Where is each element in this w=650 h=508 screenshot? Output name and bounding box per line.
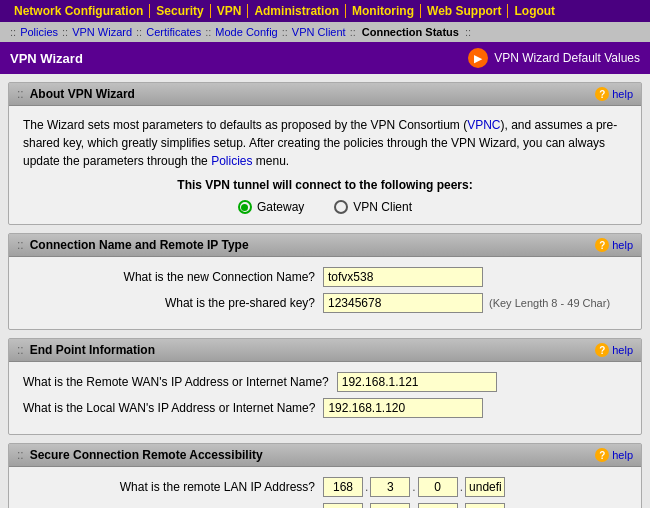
about-section: About VPN Wizard ? help The Wizard sets … (8, 82, 642, 225)
endpoint-section-header: End Point Information ? help (9, 339, 641, 362)
psk-hint: (Key Length 8 - 49 Char) (489, 297, 610, 309)
subnet-ip-3[interactable] (465, 503, 505, 508)
secure-section-title: Secure Connection Remote Accessibility (17, 448, 263, 462)
remote-lan-ip-2[interactable] (418, 477, 458, 497)
connection-section-body: What is the new Connection Name? What is… (9, 257, 641, 329)
gateway-radio[interactable]: Gateway (238, 200, 304, 214)
nav-vpn[interactable]: VPN (210, 4, 248, 18)
subnet-ip-1[interactable] (370, 503, 410, 508)
vpnc-link[interactable]: VPNC (467, 118, 500, 132)
remote-lan-ip-1[interactable] (370, 477, 410, 497)
nav-monitoring[interactable]: Monitoring (345, 4, 420, 18)
about-text: The Wizard sets most parameters to defau… (23, 116, 627, 170)
nav-network-config[interactable]: Network Configuration (8, 4, 149, 18)
remote-lan-row: What is the remote LAN IP Address? . . . (23, 477, 627, 497)
psk-input[interactable] (323, 293, 483, 313)
connection-section-title: Connection Name and Remote IP Type (17, 238, 249, 252)
endpoint-section: End Point Information ? help What is the… (8, 338, 642, 435)
connection-section-header: Connection Name and Remote IP Type ? hel… (9, 234, 641, 257)
subnav-mode-config[interactable]: Mode Config (215, 26, 277, 38)
connection-help-text: help (612, 239, 633, 251)
nav-administration[interactable]: Administration (247, 4, 345, 18)
subnet-row: What is the remote LAN Subnet Mask? . . … (23, 503, 627, 508)
gateway-radio-circle (238, 200, 252, 214)
local-wan-row: What is the Local WAN's IP Address or In… (23, 398, 627, 418)
connection-name-row: What is the new Connection Name? (23, 267, 627, 287)
connection-help-icon: ? (595, 238, 609, 252)
peer-radio-group: Gateway VPN Client (23, 200, 627, 214)
page-title: VPN Wizard (10, 51, 83, 66)
sub-navigation: :: Policies :: VPN Wizard :: Certificate… (0, 22, 650, 42)
vpnclient-radio[interactable]: VPN Client (334, 200, 412, 214)
defaults-link[interactable]: ▶ VPN Wizard Default Values (468, 48, 640, 68)
subnet-ip-group: . . . (323, 503, 505, 508)
secure-section-body: What is the remote LAN IP Address? . . .… (9, 467, 641, 508)
subnav-connection-status[interactable]: Connection Status (362, 26, 459, 38)
local-wan-input-wrapper (323, 398, 483, 418)
about-section-header: About VPN Wizard ? help (9, 83, 641, 106)
policies-link[interactable]: Policies (211, 154, 252, 168)
remote-lan-label: What is the remote LAN IP Address? (23, 480, 323, 494)
connection-name-input[interactable] (323, 267, 483, 287)
vpnclient-radio-circle (334, 200, 348, 214)
remote-lan-ip-0[interactable] (323, 477, 363, 497)
endpoint-help-text: help (612, 344, 633, 356)
remote-wan-input[interactable] (337, 372, 497, 392)
local-wan-label: What is the Local WAN's IP Address or In… (23, 401, 323, 415)
psk-input-wrapper (323, 293, 483, 313)
gateway-radio-dot (241, 204, 248, 211)
about-help-link[interactable]: ? help (595, 87, 633, 101)
secure-section: Secure Connection Remote Accessibility ?… (8, 443, 642, 508)
connection-section: Connection Name and Remote IP Type ? hel… (8, 233, 642, 330)
gateway-label: Gateway (257, 200, 304, 214)
psk-row: What is the pre-shared key? (Key Length … (23, 293, 627, 313)
endpoint-help-link[interactable]: ? help (595, 343, 633, 357)
secure-help-icon: ? (595, 448, 609, 462)
endpoint-section-body: What is the Remote WAN's IP Address or I… (9, 362, 641, 434)
endpoint-section-title: End Point Information (17, 343, 155, 357)
remote-lan-ip-3[interactable] (465, 477, 505, 497)
subnav-vpn-client[interactable]: VPN Client (292, 26, 346, 38)
defaults-label: VPN Wizard Default Values (494, 51, 640, 65)
local-wan-input[interactable] (323, 398, 483, 418)
subnav-vpn-wizard[interactable]: VPN Wizard (72, 26, 132, 38)
secure-help-text: help (612, 449, 633, 461)
peer-title: This VPN tunnel will connect to the foll… (23, 178, 627, 192)
connection-name-input-wrapper (323, 267, 483, 287)
connection-help-link[interactable]: ? help (595, 238, 633, 252)
subnet-ip-2[interactable] (418, 503, 458, 508)
main-content: About VPN Wizard ? help The Wizard sets … (0, 74, 650, 508)
nav-web-support[interactable]: Web Support (420, 4, 507, 18)
about-section-title: About VPN Wizard (17, 87, 135, 101)
remote-lan-ip-group: . . . (323, 477, 505, 497)
subnav-policies[interactable]: Policies (20, 26, 58, 38)
connection-name-label: What is the new Connection Name? (23, 270, 323, 284)
vpn-icon: ▶ (468, 48, 488, 68)
psk-label: What is the pre-shared key? (23, 296, 323, 310)
nav-security[interactable]: Security (149, 4, 209, 18)
remote-wan-row: What is the Remote WAN's IP Address or I… (23, 372, 627, 392)
subnet-ip-0[interactable] (323, 503, 363, 508)
secure-section-header: Secure Connection Remote Accessibility ?… (9, 444, 641, 467)
page-header: VPN Wizard ▶ VPN Wizard Default Values (0, 42, 650, 74)
nav-logout[interactable]: Logout (507, 4, 561, 18)
secure-help-link[interactable]: ? help (595, 448, 633, 462)
subnav-certificates[interactable]: Certificates (146, 26, 201, 38)
remote-wan-input-wrapper (337, 372, 497, 392)
top-navigation: Network Configuration Security VPN Admin… (0, 0, 650, 22)
vpnclient-label: VPN Client (353, 200, 412, 214)
about-section-body: The Wizard sets most parameters to defau… (9, 106, 641, 224)
endpoint-help-icon: ? (595, 343, 609, 357)
help-icon: ? (595, 87, 609, 101)
about-help-text: help (612, 88, 633, 100)
remote-wan-label: What is the Remote WAN's IP Address or I… (23, 375, 337, 389)
